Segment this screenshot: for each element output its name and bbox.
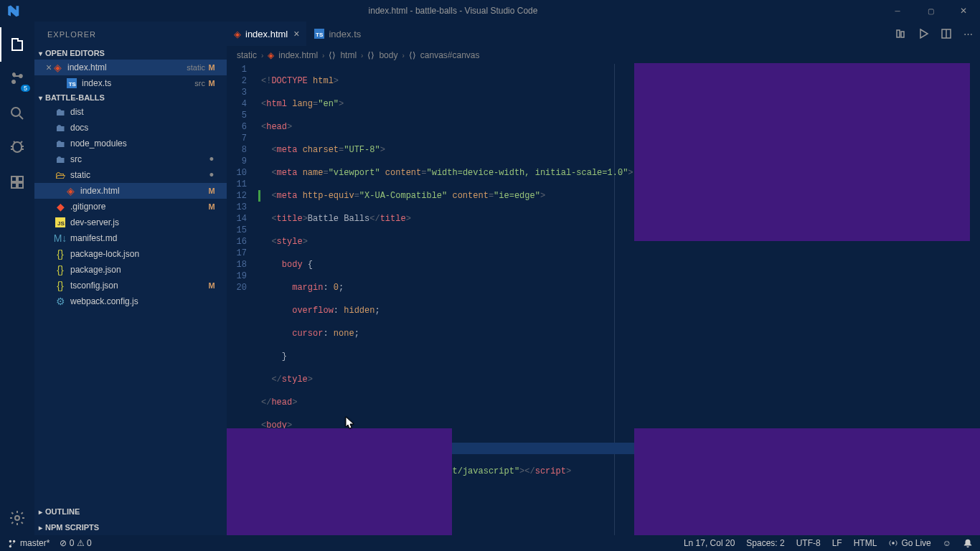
status-bar: master* ⊘ 0 ⚠ 0 Ln 17, Col 20 Spaces: 2 …: [0, 535, 980, 551]
overlay-region: [634, 63, 970, 241]
language-mode[interactable]: HTML: [854, 538, 877, 548]
breadcrumbs[interactable]: static › ◈ index.html › ⟨⟩ html › ⟨⟩ bod…: [227, 47, 980, 64]
project-name: BATTLE-BALLS: [45, 93, 105, 102]
breadcrumb-item[interactable]: static: [237, 50, 257, 60]
html-file-icon: ◈: [268, 50, 274, 60]
svg-point-0: [11, 108, 20, 116]
tree-label: node_modules: [70, 138, 218, 149]
tree-file[interactable]: M↓manifest.md: [34, 230, 227, 246]
indentation[interactable]: Spaces: 2: [746, 538, 784, 548]
tree-label: manifest.md: [70, 233, 218, 243]
go-live[interactable]: Go Live: [888, 538, 930, 548]
modified-badge: M: [205, 63, 218, 72]
tree-folder[interactable]: 🖿src•: [34, 151, 227, 167]
activity-bar: 5: [0, 22, 34, 535]
tab-index-html[interactable]: ◈ index.html ×: [227, 22, 307, 46]
settings-gear-icon[interactable]: [0, 501, 34, 535]
problems-status[interactable]: ⊘ 0 ⚠ 0: [60, 538, 91, 548]
tree-label: docs: [70, 123, 218, 133]
tree-file[interactable]: ⚙webpack.config.js: [34, 293, 227, 309]
tree-label: package-lock.json: [70, 249, 218, 259]
folder-icon: 🖿: [55, 122, 66, 133]
notifications-icon[interactable]: [963, 538, 973, 548]
file-name: index.html: [67, 62, 182, 72]
breadcrumb-item[interactable]: body: [379, 50, 397, 60]
tree-label: package.json: [70, 265, 218, 275]
open-editors-section[interactable]: ▾ OPEN EDITORS: [34, 47, 227, 60]
editor-tabs: ◈ index.html × TS index.ts ⋯: [227, 22, 980, 47]
folder-icon: 🖿: [55, 154, 66, 165]
split-editor-icon[interactable]: [941, 28, 952, 39]
tree-label: static: [70, 170, 205, 180]
modified-dot: •: [205, 173, 218, 177]
modified-badge: M: [205, 202, 218, 211]
open-editor-item[interactable]: TS index.ts src M: [34, 75, 227, 91]
tree-file[interactable]: ◈index.htmlM: [34, 183, 227, 199]
tree-folder-open[interactable]: 🗁static•: [34, 167, 227, 183]
json-file-icon: {}: [55, 248, 66, 260]
activity-debug-icon[interactable]: [0, 131, 34, 165]
window-close-button[interactable]: [947, 0, 980, 22]
ts-file-icon: TS: [314, 29, 324, 39]
explorer-title: EXPLORER: [34, 22, 227, 47]
window-minimize-button[interactable]: [881, 0, 914, 22]
html-file-icon: ◈: [234, 29, 241, 39]
tab-close-icon[interactable]: ×: [293, 28, 299, 39]
svg-text:JS: JS: [57, 220, 65, 227]
tree-file[interactable]: JSdev-server.js: [34, 215, 227, 230]
overlay-region: [227, 428, 452, 535]
svg-line-1: [19, 116, 23, 119]
activity-search-icon[interactable]: [0, 96, 34, 131]
html-file-icon: ◈: [52, 62, 63, 73]
more-actions-icon[interactable]: ⋯: [963, 29, 973, 39]
svg-point-2: [15, 516, 19, 520]
open-editors-label: OPEN EDITORS: [45, 49, 105, 57]
html-file-icon: ◈: [65, 185, 76, 197]
vscode-logo-icon: [0, 0, 25, 22]
outline-section[interactable]: ▸OUTLINE: [34, 504, 227, 519]
breadcrumb-item[interactable]: html: [340, 50, 357, 60]
window-maximize-button[interactable]: [914, 0, 947, 22]
tree-file[interactable]: {}tsconfig.jsonM: [34, 278, 227, 293]
activity-extensions-icon[interactable]: [0, 165, 34, 199]
project-section[interactable]: ▾ BATTLE-BALLS: [34, 91, 227, 104]
tree-folder[interactable]: 🖿docs: [34, 120, 227, 136]
md-file-icon: M↓: [55, 232, 66, 244]
tree-label: dist: [70, 107, 218, 117]
activity-explorer-icon[interactable]: [0, 27, 34, 62]
folder-open-icon: 🗁: [55, 169, 66, 181]
tree-file[interactable]: {}package-lock.json: [34, 246, 227, 262]
breadcrumb-item[interactable]: canvas#canvas: [420, 50, 480, 60]
tree-label: .gitignore: [70, 202, 205, 212]
tab-label: index.html: [245, 29, 288, 39]
outline-label: OUTLINE: [45, 507, 80, 516]
tab-index-ts[interactable]: TS index.ts: [307, 22, 369, 46]
brackets-icon: ⟨⟩: [329, 50, 336, 60]
json-file-icon: {}: [55, 280, 66, 291]
open-editor-item[interactable]: × ◈ index.html static M: [34, 60, 227, 75]
explorer-sidebar: EXPLORER ▾ OPEN EDITORS × ◈ index.html s…: [34, 22, 227, 535]
eol[interactable]: LF: [832, 538, 842, 548]
ts-file-icon: TS: [66, 77, 77, 89]
feedback-icon[interactable]: ☺: [943, 538, 951, 548]
activity-scm-icon[interactable]: 5: [0, 62, 34, 96]
chevron-right-icon: ›: [261, 52, 263, 60]
file-path: src: [194, 79, 205, 88]
run-icon[interactable]: [918, 28, 929, 39]
tree-folder[interactable]: 🖿dist: [34, 104, 227, 120]
encoding[interactable]: UTF-8: [796, 538, 821, 548]
tree-folder[interactable]: 🖿node_modules: [34, 136, 227, 151]
tree-file[interactable]: ◆.gitignoreM: [34, 199, 227, 215]
file-path: static: [187, 63, 205, 72]
cursor-position[interactable]: Ln 17, Col 20: [684, 538, 735, 548]
tree-file[interactable]: {}package.json: [34, 262, 227, 278]
chevron-right-icon: ▸: [39, 524, 42, 532]
git-branch[interactable]: master*: [7, 538, 50, 548]
js-file-icon: JS: [55, 217, 66, 228]
compare-changes-icon[interactable]: [895, 28, 906, 39]
breadcrumb-item[interactable]: index.html: [278, 50, 318, 60]
brackets-icon: ⟨⟩: [409, 50, 416, 60]
chevron-down-icon: ▾: [39, 50, 42, 57]
npm-scripts-section[interactable]: ▸NPM SCRIPTS: [34, 519, 227, 535]
json-file-icon: {}: [55, 264, 66, 276]
